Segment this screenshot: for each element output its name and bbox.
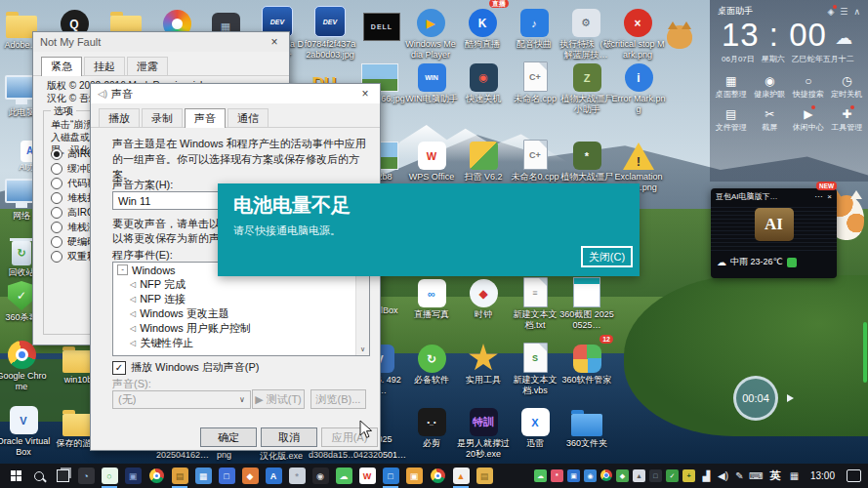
- tray-camera-tray[interactable]: ◉: [584, 469, 597, 482]
- desktop-icon-win-assistant[interactable]: WINWIN电脑助手: [404, 59, 459, 104]
- desktop-icon-quick-shutdown[interactable]: ◉快速关机: [456, 59, 511, 104]
- desktop-icon-dell-image[interactable]: DELL: [354, 8, 409, 43]
- status-icon[interactable]: ◈: [827, 7, 834, 17]
- desktop-icon-useful-tools[interactable]: 实用工具: [456, 340, 511, 386]
- close-icon[interactable]: ×: [827, 192, 832, 201]
- taskbar-clock[interactable]: 13:00: [806, 470, 840, 481]
- notmyfault-titlebar[interactable]: Not My Fault ×: [33, 32, 289, 52]
- tray-pointer-tray[interactable]: ▲: [633, 469, 645, 482]
- desktop-icon-pvz-helper[interactable]: Z植物大战僵尸小助手: [559, 59, 614, 114]
- desktop-icon-dev-cpp-2[interactable]: DEVf0784f2f437a 2ab0d03.jpg: [303, 4, 357, 60]
- sound-titlebar[interactable]: ◁) 声音 ×: [91, 84, 380, 103]
- tray-flower-tray[interactable]: *: [551, 469, 563, 482]
- doubao-banner[interactable]: AI: [711, 205, 837, 254]
- desktop-icon-essential-software[interactable]: ↻必备软件: [404, 340, 459, 386]
- sidebar-item-截屏[interactable]: ✂截屏: [751, 104, 790, 133]
- event-row[interactable]: ◁Windows 更改主题: [113, 306, 369, 321]
- sound-tab-1[interactable]: 播放: [99, 108, 140, 127]
- event-row[interactable]: ◁关键性停止: [113, 336, 369, 350]
- sounds-dropdown[interactable]: (无) ∨: [112, 390, 251, 409]
- desktop-icon-cpp-file[interactable]: C+未命名.cpp: [508, 59, 562, 104]
- desktop-icon-dog-sticker[interactable]: [652, 16, 707, 51]
- taskbar-app-blue-app[interactable]: □: [379, 464, 402, 488]
- pen-icon[interactable]: ✎: [732, 470, 747, 481]
- startup-sound-checkbox[interactable]: ✓ 播放 Windows 启动声音(P): [112, 360, 259, 375]
- sidebar-item-定时关机[interactable]: ◷定时关机: [828, 71, 867, 100]
- sound-tab-2[interactable]: 录制: [142, 108, 183, 127]
- notmyfault-tab-2[interactable]: 挂起: [84, 57, 125, 75]
- sound-close-icon[interactable]: ×: [351, 84, 380, 103]
- more-icon[interactable]: ⋯: [814, 192, 822, 201]
- desktop-icon-kugou-live[interactable]: K直播酷狗直播: [455, 4, 510, 50]
- taskbar-app-file-manager[interactable]: ▤: [168, 464, 191, 488]
- tray-leaf-tray[interactable]: ✓: [666, 469, 679, 482]
- cancel-button[interactable]: 取消: [261, 427, 317, 447]
- desktop-icon-folder-360[interactable]: 360文件夹: [559, 403, 614, 449]
- sidebar-item-快捷搜索[interactable]: ○快捷搜索: [789, 71, 828, 100]
- events-scrollbar[interactable]: ∧ ∨: [355, 263, 369, 355]
- browse-button[interactable]: 浏览(B)...: [310, 389, 366, 409]
- network-icon[interactable]: ▟: [699, 470, 714, 481]
- notmyfault-tab-1[interactable]: 紧急: [41, 57, 82, 76]
- tree-expander-icon[interactable]: -: [117, 264, 128, 275]
- notmyfault-tab-3[interactable]: 泄露: [127, 57, 168, 75]
- taskbar-app-wps[interactable]: W: [355, 464, 379, 488]
- ime-grid-icon[interactable]: ▦: [787, 470, 802, 481]
- desktop-icon-pvz-game[interactable]: *植物大战僵尸: [559, 137, 614, 183]
- scrollbar-down-icon[interactable]: ∨: [360, 346, 365, 353]
- desktop-icon-software-manager-360[interactable]: 12360软件管家: [559, 340, 614, 386]
- desktop-icon-texun-game[interactable]: 特訓是男人就撑过20秒.exe: [456, 403, 511, 459]
- desktop-icon-error-mark-image[interactable]: iError Mark.png: [611, 59, 666, 114]
- sidebar-item-工具管理[interactable]: ✚工具管理: [828, 104, 867, 133]
- notmyfault-close-icon[interactable]: ×: [260, 32, 289, 52]
- desktop-icon-vbs-file[interactable]: S新建文本文档.vbs: [508, 340, 562, 395]
- tray-monitor-tray[interactable]: □: [649, 469, 662, 482]
- desktop-icon-minesweeper[interactable]: 扫雷 V6.2: [456, 137, 511, 183]
- taskbar-app-orange-app[interactable]: ◆: [238, 464, 262, 488]
- desktop-icon-voice-app[interactable]: ♪配音快曲: [507, 4, 561, 50]
- desktop-icon-clock-app[interactable]: ◆时钟: [456, 274, 511, 320]
- desktop-icon-wps-office[interactable]: WWPS Office: [404, 137, 459, 183]
- desktop-icon-txt-file[interactable]: ≡新建文本文档.txt: [508, 274, 562, 330]
- sidebar-item-桌面整理[interactable]: ▦桌面整理: [712, 71, 751, 100]
- desktop-icon-windows-media-player[interactable]: ▶Windows Media Player: [403, 4, 458, 60]
- menu-icon[interactable]: ☰: [840, 7, 847, 17]
- taskbar-app-folder-app[interactable]: ▤: [473, 464, 496, 488]
- ime-indicator[interactable]: 英: [767, 468, 783, 483]
- taskbar-app-chrome-2[interactable]: [426, 464, 449, 488]
- test-button[interactable]: ▶ 测试(T): [252, 389, 305, 409]
- taskbar-app-chrome[interactable]: [145, 464, 168, 488]
- battery-close-button[interactable]: 关闭(C): [581, 246, 633, 267]
- task-view-button[interactable]: [51, 464, 74, 488]
- desktop-icon-photo-app[interactable]: ∞直播写真: [404, 274, 459, 320]
- event-row[interactable]: ◁NFP 完成: [113, 277, 369, 292]
- taskbar-app-dark-person-app[interactable]: ◉: [309, 464, 332, 488]
- desktop-icon-screenshot-360[interactable]: 360截图 20250525…: [559, 274, 614, 330]
- collapse-icon[interactable]: ∧: [853, 7, 860, 17]
- tray-blue-tray[interactable]: ▣: [567, 469, 580, 482]
- desktop-icon-special-tool[interactable]: ⚙执行特殊（破解蓝屏技…: [558, 4, 613, 60]
- desktop-icon-oracle-virtualbox[interactable]: VOracle VirtualBox: [0, 401, 51, 457]
- tray-shield-tray[interactable]: ◆: [616, 469, 629, 482]
- desktop-icon-bijian[interactable]: •_•必剪: [404, 403, 459, 449]
- sidebar-item-健康护眼[interactable]: ◉健康护眼: [751, 71, 790, 100]
- start-button[interactable]: [4, 464, 27, 488]
- taskbar-app-browser-360[interactable]: ○: [98, 464, 121, 488]
- taskbar-app-orange-box-app[interactable]: ▣: [402, 464, 426, 488]
- search-button[interactable]: [27, 464, 51, 488]
- sound-tab-3[interactable]: 声音: [185, 108, 226, 128]
- ok-button[interactable]: 确定: [200, 427, 257, 447]
- taskbar-app-green-cloud-app[interactable]: ☁: [332, 464, 355, 488]
- sound-tab-4[interactable]: 通信: [227, 108, 269, 127]
- sidebar-item-文件管理[interactable]: ▤文件管理: [712, 104, 751, 133]
- taskbar-app-video-player[interactable]: ◔: [74, 464, 98, 488]
- tray-yellow-tray[interactable]: +: [682, 469, 695, 482]
- taskbar-app-navy-app[interactable]: ▣: [121, 464, 145, 488]
- desktop-icon-cpp0-file[interactable]: C+未命名0.cpp: [508, 137, 562, 183]
- taskbar-app-blue-grid-app[interactable]: ▦: [191, 464, 215, 488]
- timer-widget[interactable]: 00:04: [733, 376, 778, 421]
- desktop-icon-xunlei[interactable]: X迅雷: [508, 403, 562, 449]
- taskbar-app-vlc[interactable]: ▲: [449, 464, 473, 488]
- taskbar-app-blue-a-app[interactable]: A: [262, 464, 285, 488]
- touch-keyboard-icon[interactable]: ⌨: [749, 470, 764, 481]
